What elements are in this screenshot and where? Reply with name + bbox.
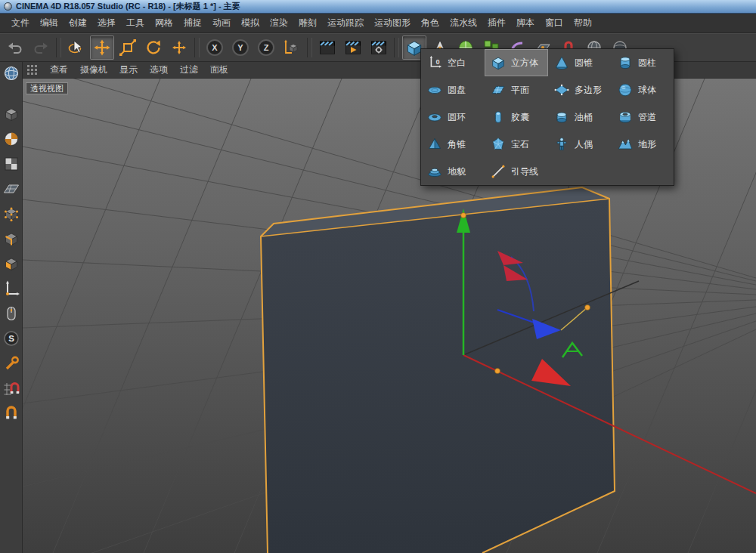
move-icon [93,39,111,57]
cube-object[interactable] [261,187,615,553]
menu-help[interactable]: 帮助 [569,14,597,32]
uv-mode-button[interactable] [2,154,21,174]
modeling-settings-button[interactable] [2,354,21,373]
texture-ball-icon [2,130,20,148]
y-axis-icon: Y [232,39,249,56]
menu-motion-tracker[interactable]: 运动跟踪 [322,14,369,32]
viewport-menu-cameras[interactable]: 摄像机 [74,62,113,78]
plane-icon [490,82,507,98]
menu-snap[interactable]: 捕捉 [178,14,207,32]
undo-button[interactable] [3,36,27,60]
edges-mode-button[interactable] [2,229,21,249]
flyout-item-guide[interactable]: 引导线 [485,158,548,185]
coordinate-system-button[interactable] [280,36,304,60]
menu-plugins[interactable]: 插件 [482,14,511,32]
render-picture-viewer-button[interactable] [341,36,365,60]
flyout-item-cube[interactable]: 立方体 [485,49,548,76]
convert-button[interactable] [2,63,21,83]
flyout-item-label: 多边形 [575,84,602,97]
move-tool-button[interactable] [90,36,114,60]
tube-icon [617,109,634,125]
window-title: CINEMA 4D R18.057 Studio (RC - R18) - [未… [16,1,240,12]
viewport-menu-filter[interactable]: 过滤 [174,62,204,78]
menu-animate[interactable]: 动画 [207,14,236,32]
lock-x-axis-button[interactable]: X [203,36,227,60]
menu-sculpt[interactable]: 雕刻 [293,14,322,32]
viewport-menu-panel[interactable]: 面板 [204,62,234,78]
points-cube-icon [2,205,20,223]
menu-file[interactable]: 文件 [6,14,35,32]
flyout-item-pyramid[interactable]: 角锥 [421,131,485,158]
menu-script[interactable]: 脚本 [511,14,540,32]
polygons-cube-icon [2,255,20,273]
coordinate-system-icon [283,39,301,57]
viewport-menu-grid-icon[interactable] [27,65,39,76]
polygons-mode-button[interactable] [2,254,21,273]
points-mode-button[interactable] [2,204,21,224]
enable-snap-button[interactable] [2,378,21,398]
viewport-view-label: 透视视图 [26,82,68,94]
lock-z-axis-button[interactable]: Z [254,36,278,60]
flyout-item-oiltank[interactable]: 油桶 [548,103,612,131]
scale-tool-button[interactable] [116,36,140,60]
flyout-item-capsule[interactable]: 胶囊 [485,103,548,131]
menu-select[interactable]: 选择 [92,14,121,32]
live-selection-button[interactable] [64,36,88,60]
menu-character[interactable]: 角色 [416,14,445,32]
flyout-item-figure[interactable]: 人偶 [548,131,612,158]
viewport-menu-options[interactable]: 选项 [144,62,174,78]
redo-button[interactable] [29,36,53,60]
rotate-tool-button[interactable] [141,36,166,60]
s-letter: S [8,334,14,343]
flyout-item-label: 空白 [448,57,466,70]
menu-mesh[interactable]: 网格 [150,14,178,32]
menu-simulate[interactable]: 模拟 [236,14,265,32]
render-view-button[interactable] [315,36,339,60]
flyout-item-platonic[interactable]: 宝石 [485,131,548,158]
flyout-item-plane[interactable]: 平面 [485,76,548,103]
menu-pipeline[interactable]: 流水线 [445,14,482,32]
menu-render[interactable]: 渲染 [265,14,293,32]
flyout-item-label: 地形 [638,138,656,151]
quantize-button[interactable] [2,403,21,423]
flyout-item-label: 地貌 [448,165,466,178]
flyout-item-torus[interactable]: 圆环 [421,103,485,131]
flyout-item-cylinder[interactable]: 圆柱 [612,49,675,76]
scale-icon [119,39,137,57]
flyout-item-label: 胶囊 [511,111,529,124]
app-window: CINEMA 4D R18.057 Studio (RC - R18) - [未… [0,0,756,553]
capsule-icon [490,109,507,125]
titlebar[interactable]: CINEMA 4D R18.057 Studio (RC - R18) - [未… [0,0,756,14]
viewport-menu-view[interactable]: 查看 [44,62,74,78]
flyout-item-label: 角锥 [448,138,466,151]
relief-icon [426,163,443,180]
flyout-item-polygon[interactable]: 多边形 [548,76,612,103]
flyout-item-sphere[interactable]: 球体 [612,76,675,103]
live-selection-icon [67,39,85,57]
viewport-solo-button[interactable] [2,304,21,323]
texture-mode-button[interactable] [2,129,21,149]
workplane-mode-button[interactable] [2,179,21,199]
viewport-menu-display[interactable]: 显示 [113,62,144,78]
flyout-item-null[interactable]: 0 空白 [421,49,485,76]
lock-y-axis-button[interactable]: Y [228,36,253,60]
render-settings-button[interactable] [367,36,391,60]
flyout-item-label: 管道 [638,111,656,124]
menu-create[interactable]: 创建 [64,14,92,32]
axis-mode-button[interactable] [2,279,21,298]
last-used-tool-button[interactable] [167,36,191,60]
model-mode-button[interactable] [2,104,21,124]
toolbar-separator [307,38,312,57]
flyout-item-cone[interactable]: 圆锥 [548,49,612,76]
flyout-item-tube[interactable]: 管道 [612,103,675,131]
menu-mograph[interactable]: 运动图形 [369,14,416,32]
flyout-item-disc[interactable]: 圆盘 [421,76,485,103]
flyout-item-relief[interactable]: 地貌 [421,158,485,185]
disc-icon [426,82,443,98]
menu-edit[interactable]: 编辑 [35,14,64,32]
menu-tools[interactable]: 工具 [121,14,150,32]
flyout-item-label: 油桶 [575,111,593,124]
flyout-item-landscape[interactable]: 地形 [612,131,675,158]
snap-button[interactable]: S [2,329,21,348]
menu-window[interactable]: 窗口 [540,14,569,32]
